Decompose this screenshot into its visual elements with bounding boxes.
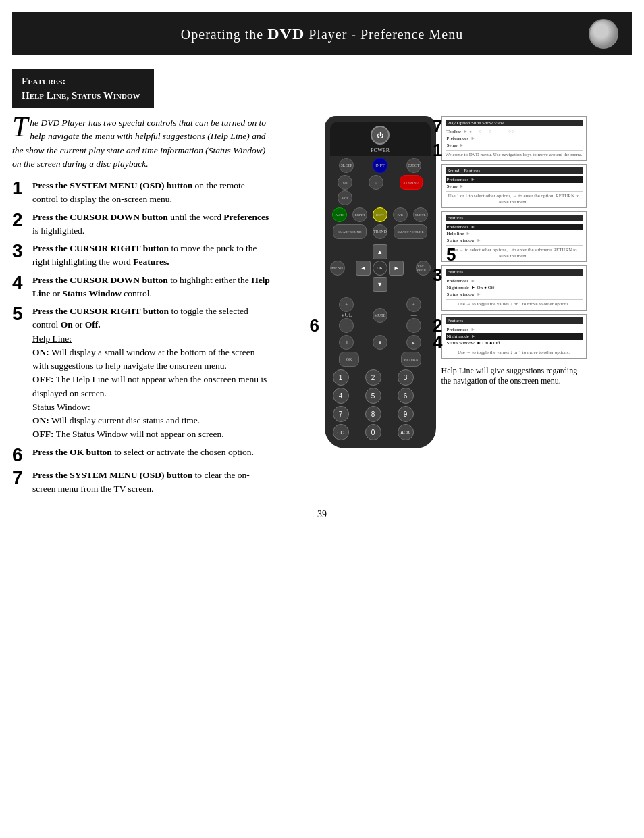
screen-1-note: Welcome to DVD menu. Use navigation keys… — [446, 150, 583, 157]
power-button[interactable]: ⏻ — [371, 126, 390, 145]
num-5-button[interactable]: 5 — [365, 388, 381, 404]
trend-button[interactable]: TREND — [373, 224, 387, 239]
step-6-number: 6 — [12, 446, 27, 465]
dpad-empty-tr — [389, 244, 404, 259]
step-1-bold: Press the SYSTEM MENU (OSD) button — [32, 180, 192, 190]
subtitle-button[interactable]: SUBTL — [413, 207, 428, 222]
vcr-button[interactable]: VCR — [338, 190, 352, 205]
ch-down-button[interactable]: − — [406, 318, 421, 333]
remote-wrapper: 7 1 5 3 6 2 4 ⏻ POWER — [325, 116, 436, 448]
step-3-bold: Press the CURSOR RIGHT button — [32, 243, 169, 253]
cursor-up-button[interactable]: ▲ — [373, 244, 387, 259]
step-5-number: 5 — [12, 305, 27, 323]
screen-3-header: Features — [446, 215, 583, 221]
page-header: Operating the DVD Player - Preference Me… — [12, 12, 632, 55]
return-button[interactable]: RETURN — [401, 352, 421, 367]
num-9-button[interactable]: 9 — [398, 406, 414, 422]
cursor-left-button[interactable]: ◄ — [356, 261, 371, 276]
step-2-bold: Press the CURSOR DOWN button — [32, 212, 168, 222]
cursor-down-button[interactable]: ▼ — [373, 277, 387, 292]
drop-cap-T: T — [12, 116, 28, 139]
page-number: 39 — [0, 496, 644, 527]
step-7-content: Press the SYSTEM MENU (OSD) button to cl… — [32, 469, 272, 496]
status-window-label: Status Window: — [32, 402, 90, 412]
screen-5-header: Features — [446, 317, 583, 324]
step-2: 2 Press the CURSOR DOWN button until the… — [12, 211, 272, 238]
remote-body: ⏻ POWER SLEEP INPT EJECT — [325, 116, 436, 448]
step-6: 6 Press the OK button to select or activ… — [12, 446, 272, 465]
sleep-button[interactable]: SLEEP — [339, 158, 354, 173]
screen-3-row-helpline: Help line ► — [446, 230, 583, 237]
ch-label: — — [411, 312, 417, 318]
step-7: 7 Press the SYSTEM MENU (OSD) button to … — [12, 469, 272, 496]
menu-button[interactable]: MENU — [330, 261, 345, 276]
ch-up-button[interactable]: + — [406, 297, 421, 312]
vol-down-button[interactable]: − — [339, 318, 354, 333]
vol-up-button[interactable]: + — [339, 297, 354, 312]
step-4: 4 Press the CURSOR DOWN button to highli… — [12, 273, 272, 301]
num-3-button[interactable]: 3 — [398, 369, 414, 386]
num-ack-button[interactable]: ACK — [398, 424, 414, 440]
left-column: The DVD Player has two special controls … — [12, 116, 272, 496]
a-b-button[interactable]: A/B — [393, 207, 408, 222]
export-button[interactable]: EXPRT — [352, 207, 367, 222]
dvd-disc-icon — [589, 19, 618, 49]
step-6-content: Press the OK button to select or activat… — [32, 446, 254, 459]
mode-button[interactable]: ○ — [369, 175, 383, 190]
step-1-content: Press the SYSTEM MENU (OSD) button on th… — [32, 179, 272, 207]
stop-button[interactable]: ⏹ — [373, 335, 387, 350]
on-off-button[interactable]: O/I — [338, 175, 352, 190]
num-0-button[interactable]: 0 — [365, 424, 381, 440]
smart-sound-button[interactable]: SMART SOUND — [333, 224, 367, 239]
system-menu-button[interactable]: SYS/MNU — [400, 175, 423, 190]
help-line-label: Help Line: — [32, 334, 72, 344]
screen-2-header: Sound Features — [446, 167, 583, 174]
screen-5-row-nightmode: Night mode ► — [446, 333, 583, 340]
num-8-button[interactable]: 8 — [365, 406, 381, 422]
num-6-button[interactable]: 6 — [398, 388, 414, 404]
vol-label: VOL — [341, 312, 352, 318]
eject-button[interactable]: EJECT — [406, 158, 421, 173]
mute-button[interactable]: MUTE — [373, 308, 387, 323]
auto-button[interactable]: AUTO — [332, 207, 347, 222]
step-2-content: Press the CURSOR DOWN button until the w… — [32, 211, 272, 238]
screen-4-row-status: Status window ► — [446, 291, 583, 298]
ok-button[interactable]: OK — [339, 352, 359, 367]
features-title-line1: Features: — [22, 76, 65, 86]
screen-3-row-status: Status window ► — [446, 237, 583, 244]
dpad-empty-br — [389, 277, 404, 292]
right-column: 7 1 5 3 6 2 4 ⏻ POWER — [279, 116, 632, 496]
dpad-empty-bl — [356, 277, 371, 292]
overlay-1: 1 — [433, 140, 442, 161]
cursor-right-button[interactable]: ► — [389, 261, 404, 276]
num-cc-button[interactable]: CC — [333, 424, 349, 440]
step-7-number: 7 — [12, 469, 27, 488]
main-content: The DVD Player has two special controls … — [0, 116, 644, 496]
smart-row: SMART SOUND TREND SMART PICTURE — [330, 224, 431, 239]
num-4-button[interactable]: 4 — [333, 388, 349, 404]
title-dvd: DVD — [267, 25, 304, 43]
num-2-button[interactable]: 2 — [365, 369, 381, 386]
num-pad: 1 2 3 4 5 6 7 8 9 CC 0 ACK — [333, 369, 428, 440]
screen-4-note: Use → to toggle the values ↓ or ↑ to mov… — [446, 299, 583, 307]
repeat-button[interactable]: REPT — [373, 207, 387, 222]
remote-screens-area: 7 1 5 3 6 2 4 ⏻ POWER — [325, 116, 587, 448]
num-7-button[interactable]: 7 — [333, 406, 349, 422]
overlay-7: 7 — [433, 116, 442, 137]
play-button[interactable]: ▶ — [406, 335, 421, 350]
step-3-content: Press the CURSOR RIGHT button to move th… — [32, 242, 272, 269]
step-4-bold: Press the CURSOR DOWN button — [32, 275, 168, 285]
disc-menu-button[interactable]: DISC MENU — [416, 261, 431, 276]
input-button[interactable]: INPT — [373, 158, 387, 173]
screen-5-note: Use → to toggle the values ↓ or ↑ to mov… — [446, 348, 583, 355]
screen-5-row-preferences: Preferences ► — [446, 326, 583, 333]
vol-play-row: + VOL − MUTE + — − — [330, 297, 431, 333]
step-5-content: Press the CURSOR RIGHT button to toggle … — [32, 305, 272, 442]
screen-3-row-preferences: Preferences ► — [446, 224, 583, 230]
auto-row: AUTO EXPRT REPT A/B SUBTL — [330, 207, 431, 222]
pause-button[interactable]: ⏸ — [339, 335, 354, 350]
num-1-button[interactable]: 1 — [333, 369, 349, 386]
playback-row: ⏸ ⏹ ▶ — [330, 335, 431, 350]
ok-center-button[interactable]: OK — [373, 261, 387, 276]
smart-picture-button[interactable]: SMART PICTURE — [394, 224, 427, 239]
